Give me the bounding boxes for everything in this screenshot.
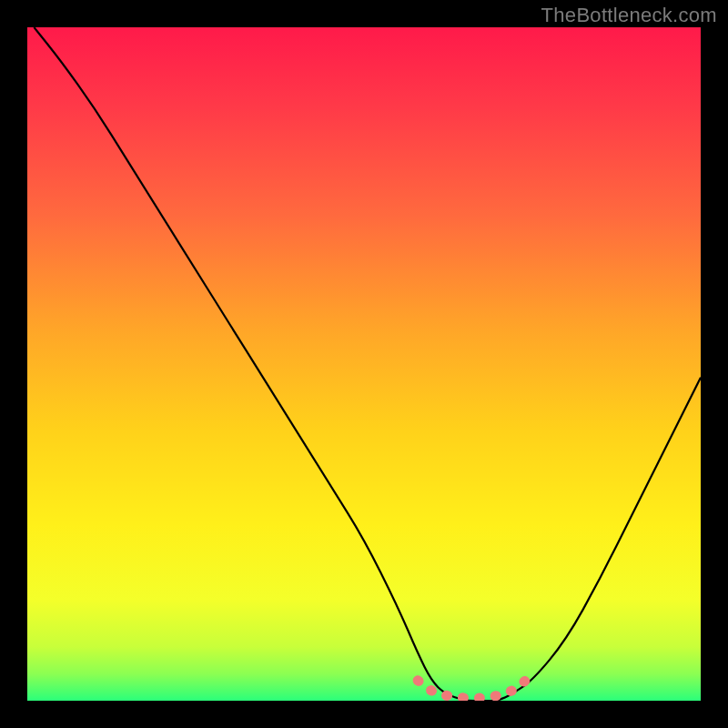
gradient-background xyxy=(27,27,701,701)
bottleneck-chart xyxy=(27,27,701,701)
chart-frame xyxy=(27,27,701,701)
watermark-text: TheBottleneck.com xyxy=(541,4,717,27)
